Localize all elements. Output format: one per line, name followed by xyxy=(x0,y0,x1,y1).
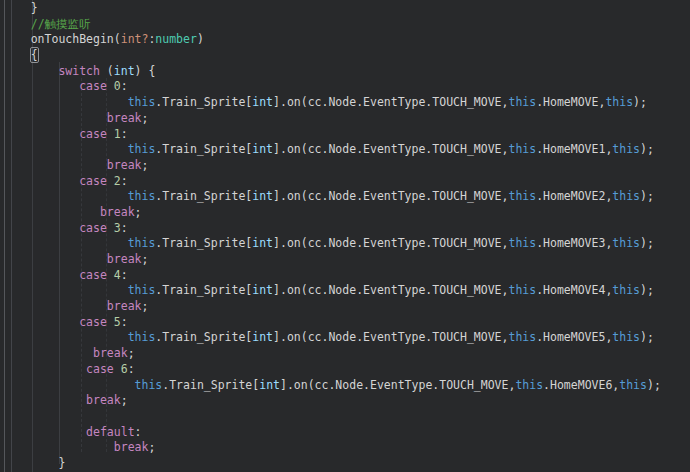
code-token: .Train_Sprite[ xyxy=(162,378,259,392)
code-line[interactable]: this.Train_Sprite[int].on(cc.Node.EventT… xyxy=(3,378,690,394)
code-token xyxy=(3,95,128,109)
code-token: ; xyxy=(141,299,148,313)
code-token: .HomeMOVE3, xyxy=(536,236,612,250)
code-token: default xyxy=(86,425,134,439)
code-line[interactable]: this.Train_Sprite[int].on(cc.Node.EventT… xyxy=(3,330,690,346)
code-token: ); xyxy=(647,378,661,392)
code-token: .Train_Sprite[ xyxy=(155,330,252,344)
code-token: .Train_Sprite[ xyxy=(155,95,252,109)
code-line[interactable]: case 3: xyxy=(3,221,690,237)
code-token: this xyxy=(128,142,156,156)
code-token: 6 xyxy=(121,362,128,376)
code-token xyxy=(3,440,114,454)
code-token xyxy=(3,189,128,203)
code-line[interactable]: break; xyxy=(3,111,690,127)
code-line[interactable]: break; xyxy=(3,252,690,268)
code-line[interactable]: onTouchBegin(int?:number) xyxy=(3,32,690,48)
code-token: ); xyxy=(640,330,654,344)
code-line[interactable]: this.Train_Sprite[int].on(cc.Node.EventT… xyxy=(3,236,690,252)
code-line[interactable]: case 4: xyxy=(3,268,690,284)
code-line[interactable]: case 0: xyxy=(3,79,690,95)
code-line[interactable]: switch (int) { xyxy=(3,64,690,80)
code-token: 4 xyxy=(114,268,121,282)
code-token: case xyxy=(79,79,107,93)
code-token: 5 xyxy=(114,315,121,329)
code-token: this xyxy=(508,95,536,109)
code-token: ; xyxy=(121,393,128,407)
code-token: case xyxy=(79,221,107,235)
code-token: break xyxy=(107,252,142,266)
code-line[interactable]: break; xyxy=(3,158,690,174)
code-line[interactable]: default: xyxy=(3,425,690,441)
cursor-brace: { xyxy=(31,48,38,62)
code-line[interactable]: this.Train_Sprite[int].on(cc.Node.EventT… xyxy=(3,142,690,158)
code-line[interactable]: this.Train_Sprite[int].on(cc.Node.EventT… xyxy=(3,95,690,111)
code-line[interactable]: break; xyxy=(3,346,690,362)
code-token: case xyxy=(79,127,107,141)
code-token: .HomeMOVE2, xyxy=(536,189,612,203)
code-line[interactable]: break; xyxy=(3,393,690,409)
code-token: number xyxy=(155,32,197,46)
code-token: ( xyxy=(100,64,114,78)
code-token: .HomeMOVE, xyxy=(536,95,605,109)
code-line[interactable] xyxy=(3,409,690,425)
code-line[interactable]: break; xyxy=(3,440,690,456)
code-token: : xyxy=(128,362,135,376)
code-line[interactable]: this.Train_Sprite[int].on(cc.Node.EventT… xyxy=(3,283,690,299)
code-token: ); xyxy=(633,95,647,109)
code-token: .HomeMOVE6, xyxy=(543,378,619,392)
code-token xyxy=(3,252,107,266)
code-token: break xyxy=(107,111,142,125)
code-line[interactable]: break; xyxy=(3,205,690,221)
code-token: this xyxy=(128,189,156,203)
code-token: break xyxy=(100,205,135,219)
code-token: this xyxy=(612,283,640,297)
code-token: int xyxy=(252,283,273,297)
code-token: ; xyxy=(141,252,148,266)
code-token xyxy=(3,346,93,360)
code-token: //触摸监听 xyxy=(31,17,91,31)
code-token: this xyxy=(508,283,536,297)
code-token: .HomeMOVE4, xyxy=(536,283,612,297)
code-token xyxy=(3,142,128,156)
code-token: this xyxy=(128,283,156,297)
code-token: int xyxy=(252,95,273,109)
code-editor[interactable]: } //触摸监听 onTouchBegin(int?:number) { swi… xyxy=(0,0,690,472)
code-token: this xyxy=(508,142,536,156)
code-token: : xyxy=(121,315,128,329)
code-token: case xyxy=(79,174,107,188)
code-line[interactable]: case 6: xyxy=(3,362,690,378)
code-token: break xyxy=(107,299,142,313)
code-token xyxy=(3,48,31,62)
code-line[interactable]: { xyxy=(3,48,690,64)
code-token: this xyxy=(128,236,156,250)
code-token: : xyxy=(121,79,128,93)
code-line[interactable]: case 1: xyxy=(3,127,690,143)
code-line[interactable]: } xyxy=(3,1,690,17)
code-token: onTouchBegin( xyxy=(3,32,121,46)
code-token: int xyxy=(252,236,273,250)
code-token xyxy=(3,330,128,344)
code-token: int? xyxy=(121,32,149,46)
code-line[interactable]: //触摸监听 xyxy=(3,17,690,33)
code-token: .HomeMOVE5, xyxy=(536,330,612,344)
code-token: break xyxy=(114,440,149,454)
code-token xyxy=(3,425,86,439)
code-token xyxy=(3,79,79,93)
code-line[interactable]: } xyxy=(3,456,690,472)
code-line[interactable]: case 5: xyxy=(3,315,690,331)
code-token: : xyxy=(121,268,128,282)
code-token xyxy=(107,268,114,282)
code-line[interactable]: break; xyxy=(3,299,690,315)
code-token: break xyxy=(86,393,121,407)
code-token: case xyxy=(86,362,114,376)
code-line[interactable]: case 2: xyxy=(3,174,690,190)
code-token: this xyxy=(128,95,156,109)
code-token: ); xyxy=(640,236,654,250)
code-token: int xyxy=(252,330,273,344)
code-token: switch xyxy=(58,64,100,78)
code-token: ); xyxy=(640,142,654,156)
code-token: ) xyxy=(197,32,204,46)
code-line[interactable]: this.Train_Sprite[int].on(cc.Node.EventT… xyxy=(3,189,690,205)
code-token xyxy=(107,174,114,188)
